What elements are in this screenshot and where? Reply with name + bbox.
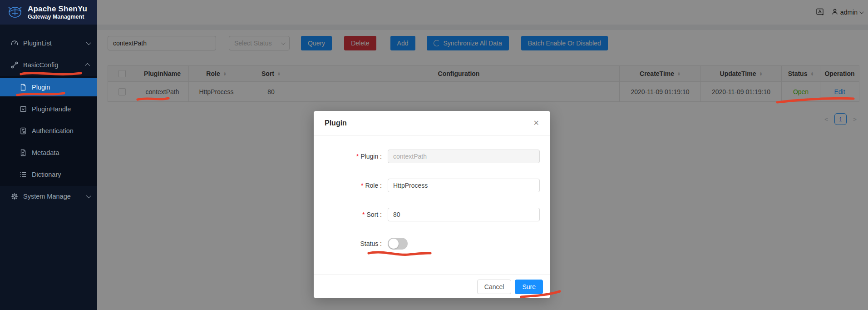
cancel-button[interactable]: Cancel [477,280,512,294]
list-icon [20,171,27,178]
sidebar-menu: PluginList BasicConfig Plugin Pl [0,25,97,205]
sidebar-item-label: Metadata [32,149,90,156]
status-field-row: Status : [314,237,550,250]
basicconfig-submenu: Plugin PluginHandle Authentication Metad… [0,76,97,186]
sort-field-label: Sort : [367,211,382,218]
api-icon [11,61,18,69]
sidebar-item-authentication[interactable]: Authentication [0,122,97,140]
gear-icon [11,193,18,200]
app-title: Apache ShenYu [28,5,87,14]
plugin-name-field[interactable] [388,150,540,163]
close-icon[interactable]: ✕ [533,120,539,127]
role-field-row: *Role : [314,179,550,192]
status-field-label: Status : [360,240,382,247]
chevron-down-icon [86,40,91,45]
sure-button[interactable]: Sure [515,280,543,294]
sidebar-item-dictionary[interactable]: Dictionary [0,165,97,184]
app-subtitle: Gateway Managment [28,14,87,20]
sidebar-item-metadata[interactable]: Metadata [0,144,97,162]
sidebar-item-pluginlist[interactable]: PluginList [0,34,97,52]
modal-title: Plugin [325,119,347,127]
sidebar: Apache ShenYu Gateway Managment PluginLi… [0,0,97,310]
dashboard-icon [11,40,18,47]
sidebar-item-label: Plugin [32,84,90,91]
sidebar-item-label: PluginList [23,40,86,47]
required-mark: * [356,153,359,160]
sort-field[interactable] [388,208,540,221]
sidebar-item-plugin[interactable]: Plugin [0,78,97,96]
file-text-icon [20,149,27,156]
sidebar-item-label: PluginHandle [32,105,90,113]
sidebar-item-system-manage[interactable]: System Manage [0,187,97,205]
plugin-field-row: *Plugin : [314,150,550,163]
chevron-down-icon [86,193,91,198]
shenyu-logo-icon [6,5,24,20]
sidebar-item-label: System Manage [23,193,86,200]
role-field[interactable] [388,179,540,192]
role-field-label: Role : [365,182,382,189]
sidebar-item-basicconfig[interactable]: BasicConfig [0,56,97,74]
sidebar-item-label: BasicConfig [23,61,86,69]
sidebar-item-label: Dictionary [32,171,90,178]
sidebar-item-pluginhandle[interactable]: PluginHandle [0,100,97,118]
id-card-icon [20,127,27,135]
plugin-field-label: Plugin : [360,153,382,160]
logo: Apache ShenYu Gateway Managment [0,0,97,25]
plugin-modal: Plugin ✕ *Plugin : *Role : *Sort : Statu… [314,111,550,298]
status-toggle[interactable] [388,238,408,250]
file-icon [20,84,27,91]
sidebar-item-label: Authentication [32,127,90,135]
required-mark: * [362,211,365,218]
sort-field-row: *Sort : [314,208,550,221]
required-mark: * [361,182,363,189]
select-box-icon [20,105,27,113]
